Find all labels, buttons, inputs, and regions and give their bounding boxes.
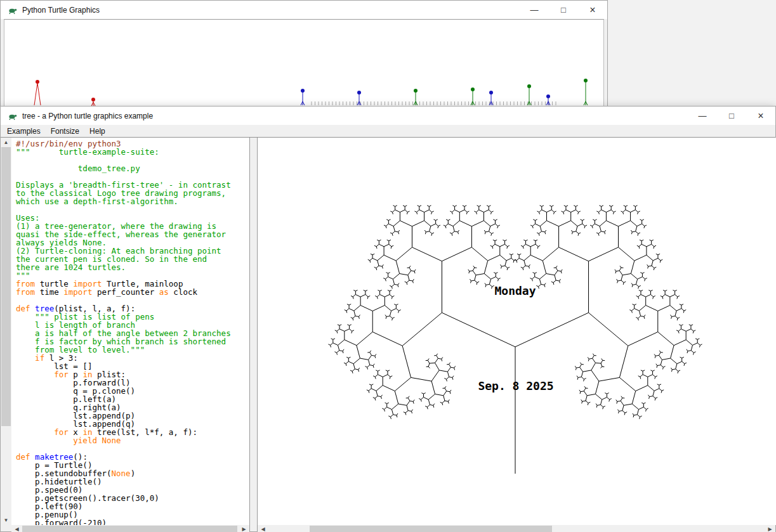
code-horizontal-scrollbar[interactable]: ◀ ▶: [11, 525, 249, 532]
menu-fontsize[interactable]: Fontsize: [46, 125, 84, 137]
maximize-button[interactable]: □: [717, 107, 746, 125]
scrollbar-thumb[interactable]: [310, 526, 552, 532]
canvas-horizontal-scrollbar[interactable]: ◀ ▶: [258, 525, 775, 532]
menu-help[interactable]: Help: [84, 125, 110, 137]
scroll-down-icon[interactable]: ▼: [1, 516, 11, 525]
canvas-text: Sep. 8 2025: [478, 379, 553, 393]
close-button[interactable]: ×: [578, 1, 607, 19]
code-editor[interactable]: #!/usr/bin/env python3""" turtle-example…: [11, 138, 249, 525]
menu-bar: Examples Fontsize Help: [1, 125, 775, 137]
code-pane: ▲ ▼ #!/usr/bin/env python3""" turtle-exa…: [1, 138, 250, 531]
scrollbar-trough[interactable]: [268, 525, 765, 532]
scrollbar-trough[interactable]: [1, 147, 11, 516]
minimize-button[interactable]: —: [688, 107, 717, 125]
canvas-pane: MondaySep. 8 2025 ◀ ▶: [257, 138, 775, 531]
scroll-right-icon[interactable]: ▶: [239, 525, 249, 532]
scrollbar-trough[interactable]: [22, 525, 239, 532]
maximize-button[interactable]: □: [549, 1, 578, 19]
scrollbar-thumb[interactable]: [1, 147, 11, 426]
scroll-right-icon[interactable]: ▶: [765, 525, 775, 532]
paned-content: ▲ ▼ #!/usr/bin/env python3""" turtle-exa…: [1, 137, 775, 531]
window-title: Python Turtle Graphics: [22, 6, 100, 15]
window-title: tree - a Python turtle graphics example: [22, 112, 153, 120]
canvas-text: Monday: [494, 284, 536, 297]
scroll-left-icon[interactable]: ◀: [258, 525, 268, 532]
fractal-tree-drawing: MondaySep. 8 2025: [258, 138, 776, 525]
scrollbar-thumb[interactable]: [22, 526, 237, 532]
turtle-icon: [8, 5, 18, 15]
paned-sash[interactable]: [250, 138, 257, 531]
code-vertical-scrollbar[interactable]: ▲ ▼: [1, 138, 11, 525]
menu-examples[interactable]: Examples: [2, 125, 46, 137]
turtledemo-window: tree - a Python turtle graphics example …: [0, 106, 776, 532]
turtle-icon: [8, 111, 18, 121]
scroll-left-icon[interactable]: ◀: [11, 525, 22, 532]
minimize-button[interactable]: —: [520, 1, 549, 19]
titlebar[interactable]: Python Turtle Graphics — □ ×: [1, 1, 607, 19]
scroll-up-icon[interactable]: ▲: [1, 138, 11, 147]
titlebar[interactable]: tree - a Python turtle graphics example …: [1, 107, 775, 125]
close-button[interactable]: ×: [746, 107, 775, 125]
turtle-drawing-canvas: MondaySep. 8 2025: [258, 138, 776, 525]
